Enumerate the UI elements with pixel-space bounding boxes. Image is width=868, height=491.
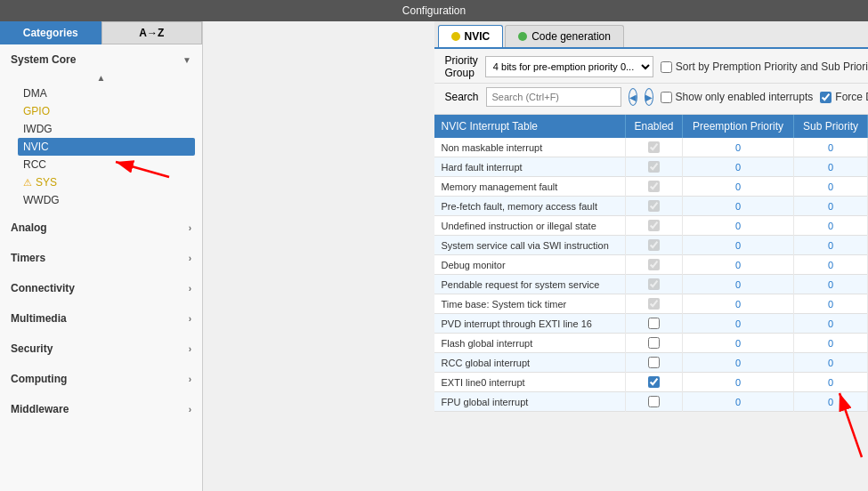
interrupt-name: Non maskable interrupt: [434, 138, 626, 157]
enabled-checkbox[interactable]: [648, 396, 660, 407]
system-core-header[interactable]: System Core ▼: [7, 48, 195, 71]
table-row: FPU global interrupt00: [434, 392, 868, 412]
interrupt-enabled: [625, 353, 682, 373]
preemption-value: 0: [683, 353, 794, 373]
preemption-value: 0: [683, 177, 794, 197]
chevron-right-icon4: ›: [189, 314, 191, 324]
analog-header[interactable]: Analog ›: [7, 216, 195, 239]
priority-group-select[interactable]: 4 bits for pre-emption priority 0...: [485, 56, 653, 77]
computing-header[interactable]: Computing ›: [7, 367, 195, 390]
sidebar-item-gpio[interactable]: GPIO: [18, 102, 195, 120]
sub-priority-value: 0: [794, 275, 868, 294]
multimedia-header[interactable]: Multimedia ›: [7, 307, 195, 330]
interrupt-name: RCC global interrupt: [434, 353, 626, 373]
enabled-checkbox[interactable]: [648, 259, 660, 270]
timers-header[interactable]: Timers ›: [7, 246, 195, 270]
interrupt-enabled: [625, 216, 682, 236]
sub-priority-value: 0: [794, 197, 868, 216]
force-dma-label[interactable]: Force DMA channels Interrupts: [820, 91, 868, 103]
interrupt-name: Hard fault interrupt: [434, 157, 626, 177]
enabled-checkbox[interactable]: [648, 220, 660, 231]
preemption-value: 0: [683, 294, 794, 314]
table-row: EXTI line0 interrupt00: [434, 373, 868, 392]
sidebar-item-dma[interactable]: DMA: [18, 85, 195, 102]
enabled-checkbox[interactable]: [648, 181, 660, 192]
warning-icon: ⚠: [23, 177, 32, 189]
preemption-value: 0: [683, 373, 794, 392]
sidebar-item-nvic[interactable]: NVIC: [18, 138, 195, 156]
sort-checkbox[interactable]: [661, 61, 672, 73]
table-row: Time base: System tick timer00: [434, 294, 868, 314]
interrupt-enabled: [625, 275, 682, 294]
interrupt-tbody: Non maskable interrupt00Hard fault inter…: [434, 138, 868, 412]
interrupt-enabled: [625, 392, 682, 412]
interrupt-table-container: NVIC Interrupt Table Enabled Preemption …: [434, 115, 869, 491]
security-header[interactable]: Security ›: [7, 337, 195, 360]
sub-priority-value: 0: [794, 373, 868, 392]
interrupt-name: System service call via SWI instruction: [434, 236, 626, 255]
enabled-checkbox[interactable]: [648, 318, 660, 329]
table-row: Flash global interrupt00: [434, 334, 868, 353]
force-dma-checkbox[interactable]: [820, 92, 831, 103]
enabled-checkbox[interactable]: [648, 298, 660, 310]
sidebar-item-rcc[interactable]: RCC: [18, 156, 195, 173]
priority-row: Priority Group 4 bits for pre-emption pr…: [445, 54, 858, 79]
enabled-checkbox[interactable]: [648, 376, 660, 388]
enabled-checkbox[interactable]: [648, 141, 660, 153]
connectivity-header[interactable]: Connectivity ›: [7, 277, 195, 300]
table-row: Debug monitor00: [434, 255, 868, 275]
enabled-checkbox[interactable]: [648, 357, 660, 368]
tab-atoz[interactable]: A→Z: [101, 21, 203, 44]
sub-priority-value: 0: [794, 255, 868, 275]
search-prev-icon[interactable]: ◀: [629, 88, 637, 106]
interrupt-enabled: [625, 157, 682, 177]
show-enabled-label[interactable]: Show only enabled interrupts: [661, 91, 814, 103]
enabled-checkbox[interactable]: [648, 161, 660, 173]
sidebar-section-timers: Timers ›: [0, 243, 202, 273]
sidebar-section-analog: Analog ›: [0, 213, 202, 243]
scroll-up[interactable]: ▲: [7, 71, 195, 85]
interrupt-enabled: [625, 255, 682, 275]
enabled-checkbox[interactable]: [648, 337, 660, 349]
interrupt-name: PVD interrupt through EXTI line 16: [434, 314, 626, 334]
sidebar-item-wwdg[interactable]: WWDG: [18, 191, 195, 209]
sidebar: Categories A→Z System Core ▼ ▲ DMA GPIO …: [0, 21, 203, 491]
tab-code-generation[interactable]: Code generation: [505, 25, 624, 47]
search-input[interactable]: [486, 87, 621, 107]
sidebar-item-sys[interactable]: ⚠SYS: [18, 173, 195, 191]
interrupt-name: Pre-fetch fault, memory access fault: [434, 197, 626, 216]
interrupt-name: Debug monitor: [434, 255, 626, 275]
sidebar-item-iwdg[interactable]: IWDG: [18, 120, 195, 138]
tab-nvic[interactable]: NVIC: [438, 25, 504, 47]
interrupt-name: Pendable request for system service: [434, 275, 626, 294]
sidebar-section-computing: Computing ›: [0, 364, 202, 394]
right-panel: NVIC Code generation Priority Group 4 bi…: [434, 21, 869, 491]
sort-checkbox-label[interactable]: Sort by Premption Priority and Sub Prior…: [661, 60, 868, 73]
search-next-icon[interactable]: ▶: [645, 88, 653, 106]
sidebar-section-systemcore: System Core ▼ ▲ DMA GPIO IWDG NVIC RCC ⚠…: [0, 44, 202, 213]
sub-priority-value: 0: [794, 353, 868, 373]
sidebar-tabs: Categories A→Z: [0, 21, 202, 44]
tab-categories[interactable]: Categories: [0, 21, 101, 44]
show-enabled-checkbox[interactable]: [661, 92, 672, 103]
interrupt-name: FPU global interrupt: [434, 392, 626, 412]
table-row: RCC global interrupt00: [434, 353, 868, 373]
preemption-value: 0: [683, 236, 794, 255]
enabled-checkbox[interactable]: [648, 278, 660, 290]
sidebar-section-security: Security ›: [0, 334, 202, 364]
preemption-value: 0: [683, 392, 794, 412]
sub-priority-value: 0: [794, 138, 868, 157]
preemption-value: 0: [683, 197, 794, 216]
enabled-checkbox[interactable]: [648, 200, 660, 212]
top-bar: Configuration: [0, 0, 868, 21]
sub-priority-value: 0: [794, 236, 868, 255]
interrupt-enabled: [625, 177, 682, 197]
sidebar-section-middleware: Middleware ›: [0, 394, 202, 424]
table-row: Undefined instruction or illegal state00: [434, 216, 868, 236]
preemption-value: 0: [683, 275, 794, 294]
chevron-right-icon6: ›: [189, 374, 191, 384]
middleware-header[interactable]: Middleware ›: [7, 398, 195, 421]
interrupt-table: NVIC Interrupt Table Enabled Preemption …: [434, 115, 869, 412]
chevron-down-icon: ▼: [183, 55, 191, 65]
enabled-checkbox[interactable]: [648, 239, 660, 251]
